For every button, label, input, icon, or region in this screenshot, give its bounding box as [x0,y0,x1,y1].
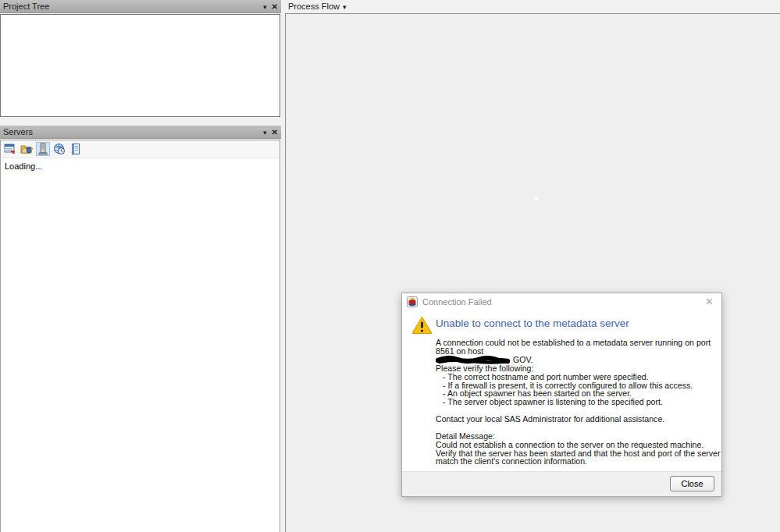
sas-enterprise-guide-icon [407,296,418,310]
detail-message: Detail Message: Could not establish a co… [436,432,726,466]
verify-item: - The correct hostname and port number w… [436,373,721,381]
servers-loading-text: Loading... [1,158,280,171]
verify-item: - The server object spawner is listening… [436,398,721,406]
process-flow-tab[interactable]: Process Flow▾ [288,2,347,11]
dialog-message: A connection could not be established to… [436,339,721,365]
canvas-dot [534,197,538,200]
dialog-close-icon[interactable]: ✕ [705,296,714,307]
project-tree-content[interactable] [0,14,280,117]
redacted-host-suffix: GOV. [513,355,533,364]
dialog-footer: Close [402,471,721,496]
servers-title: Servers [3,127,33,137]
warning-triangle-icon [411,316,433,338]
detail-text: Could not establish a connection to the … [436,441,726,466]
chevron-down-icon: ▾ [343,3,347,11]
globe-clock-icon[interactable] [52,142,66,156]
panel-menu-chevron-icon[interactable]: ▾ [263,1,267,13]
panel-menu-chevron-icon[interactable]: ▾ [263,126,267,139]
servers-panel-header: Servers ▾ ✕ [0,126,281,139]
servers-content: Loading... [0,140,280,532]
panel-close-icon[interactable]: ✕ [272,1,278,13]
panel-close-icon[interactable]: ✕ [272,126,278,139]
verify-list: Please verify the following: - The corre… [436,364,721,406]
process-flow-title: Process Flow [288,2,340,11]
project-tree-panel-header: Project Tree ▾ ✕ [0,0,281,13]
notes-icon[interactable] [69,142,83,156]
dialog-title: Connection Failed [422,297,492,307]
dialog-heading: Unable to connect to the metadata server [436,317,629,329]
dialog-titlebar[interactable]: Connection Failed ✕ [402,293,721,310]
connect-window-icon[interactable] [3,142,17,156]
project-tree-title: Project Tree [3,2,49,11]
contact-text: Contact your local SAS Administrator for… [436,415,721,424]
close-button[interactable]: Close [670,476,714,491]
connection-failed-dialog: Connection Failed ✕ Unable to connect to… [401,293,722,497]
servers-toolbar [1,140,280,158]
library-folder-icon[interactable] [20,142,34,156]
server-icon[interactable] [36,142,50,156]
